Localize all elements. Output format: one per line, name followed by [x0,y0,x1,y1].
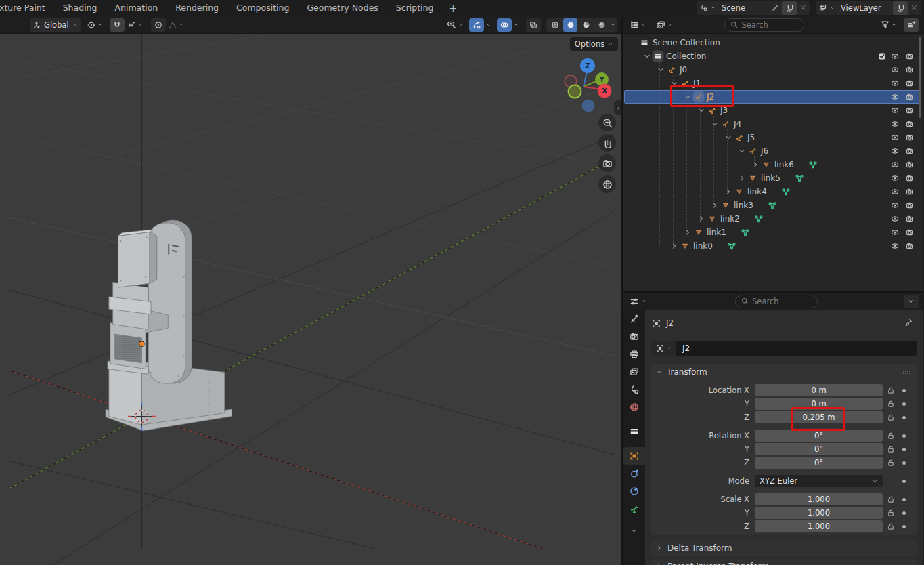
expand-toggle[interactable] [751,161,760,169]
pivot-point-dropdown[interactable] [85,18,106,32]
shading-rendered-button[interactable] [594,18,609,32]
outliner-row-j4[interactable]: J4 [624,117,921,131]
editor-type-dropdown[interactable] [627,18,649,32]
rotation-z-field[interactable]: 0° [755,457,883,469]
add-workspace-button[interactable]: + [442,3,464,14]
camera-view-button[interactable] [598,154,616,172]
outliner-row-collection[interactable]: Collection [624,49,921,63]
scale-z-field[interactable]: 1.000 [755,520,883,532]
scene-selector[interactable]: Scene [697,1,810,15]
hide-in-viewport-toggle[interactable] [891,106,899,114]
expand-toggle[interactable] [697,106,705,114]
shading-wireframe-button[interactable] [548,18,562,32]
hide-in-viewport-toggle[interactable] [891,120,899,128]
location-x-field[interactable]: 0 m [755,384,883,396]
outliner-row-scene-collection[interactable]: Scene Collection [624,36,921,49]
unlink-scene-icon[interactable] [799,4,807,12]
chevron-down-icon[interactable] [710,5,716,11]
view-layer-name[interactable]: ViewLayer [838,3,890,13]
shading-solid-button[interactable] [563,18,577,32]
animate-property-dot[interactable] [902,525,906,528]
proportional-falloff-dropdown[interactable] [166,18,187,32]
disable-in-renders-toggle[interactable] [906,215,914,223]
disable-in-renders-toggle[interactable] [906,52,914,60]
disable-in-renders-toggle[interactable] [906,79,914,87]
disable-in-renders-toggle[interactable] [906,147,914,155]
gizmo-minus-z-axis[interactable] [582,100,595,112]
properties-tab-collection[interactable] [623,423,645,440]
animate-property-dot[interactable] [902,461,906,465]
disable-in-renders-toggle[interactable] [906,66,914,74]
snap-settings-dropdown[interactable] [125,18,146,32]
animate-property-dot[interactable] [902,402,906,406]
hide-in-viewport-toggle[interactable] [891,66,899,74]
object-name-field[interactable]: J2 [676,341,917,356]
expand-toggle[interactable] [724,133,732,142]
lock-icon[interactable] [887,432,895,440]
hide-in-viewport-toggle[interactable] [891,188,899,196]
outliner-row-j1[interactable]: J1 [624,77,921,90]
hide-in-viewport-toggle[interactable] [891,52,899,60]
outliner-row-j2[interactable]: J2 [624,90,921,104]
new-view-layer-button[interactable] [893,1,908,15]
workspace-tab-xture-paint[interactable]: xture Paint [0,0,54,16]
workspace-tab-scripting[interactable]: Scripting [387,0,443,16]
properties-tab-scene[interactable] [623,381,645,398]
properties-tab-tool[interactable] [623,310,645,328]
panel-grip-icon[interactable] [902,369,912,376]
outliner-row-link6[interactable]: link6 [624,158,921,171]
outliner-row-link5[interactable]: link5 [624,171,921,185]
show-gizmo-button[interactable] [469,18,484,32]
location-y-field[interactable]: 0 m [755,398,883,410]
display-mode-dropdown[interactable] [653,18,676,32]
lock-icon[interactable] [887,459,895,467]
disable-in-renders-toggle[interactable] [906,228,914,236]
disable-in-renders-toggle[interactable] [906,93,914,101]
3d-scene-canvas[interactable] [0,16,623,565]
sidebar-collapse-handle[interactable]: ‹ [614,100,623,115]
editor-type-dropdown[interactable] [627,295,649,308]
hide-in-viewport-toggle[interactable] [891,133,899,142]
shading-material-preview-button[interactable] [579,18,593,32]
disable-in-renders-toggle[interactable] [906,106,914,114]
lock-icon[interactable] [887,400,895,408]
expand-toggle[interactable] [684,93,692,101]
properties-search-input[interactable]: Search [735,295,818,308]
gizmo-dropdown-icon[interactable] [485,22,491,28]
expand-toggle[interactable] [697,215,705,223]
hide-in-viewport-toggle[interactable] [891,228,899,236]
disable-in-renders-toggle[interactable] [906,161,914,169]
lock-icon[interactable] [887,386,895,394]
lock-icon[interactable] [887,495,895,503]
filter-dropdown[interactable] [878,18,900,32]
object-id-dropdown[interactable] [651,341,676,356]
expand-toggle[interactable] [670,242,678,250]
hide-in-viewport-toggle[interactable] [891,79,899,87]
show-overlays-button[interactable] [497,18,512,32]
expand-toggle[interactable] [738,147,746,155]
expand-toggle[interactable] [643,52,651,60]
pin-scene-icon[interactable] [772,4,779,12]
lock-icon[interactable] [887,413,895,421]
view-layer-selector[interactable]: ViewLayer [816,1,921,15]
properties-tab-data[interactable] [623,500,645,518]
expand-toggle[interactable] [711,120,719,128]
workspace-tab-shading[interactable]: Shading [54,0,106,16]
shading-dropdown-icon[interactable] [610,22,616,28]
view-layer-browse-icon[interactable] [819,4,827,12]
properties-tab-object[interactable] [623,447,645,465]
gizmo-minus-y-axis[interactable] [569,85,581,98]
animate-property-dot[interactable] [902,434,906,438]
workspace-tab-geometry-nodes[interactable]: Geometry Nodes [298,0,387,16]
outliner-search-input[interactable]: Search [724,18,804,32]
disable-in-renders-toggle[interactable] [906,242,914,250]
location-z-field[interactable]: 0.205 m [755,411,883,423]
object-visibility-dropdown[interactable] [444,18,466,32]
expand-toggle[interactable] [684,228,692,236]
proportional-editing-toggle[interactable] [151,18,166,32]
hide-in-viewport-toggle[interactable] [891,201,899,209]
outliner-row-link1[interactable]: link1 [624,226,921,239]
new-collection-button[interactable] [904,18,919,32]
animate-property-dot[interactable] [902,448,906,451]
new-scene-button[interactable] [782,1,797,15]
